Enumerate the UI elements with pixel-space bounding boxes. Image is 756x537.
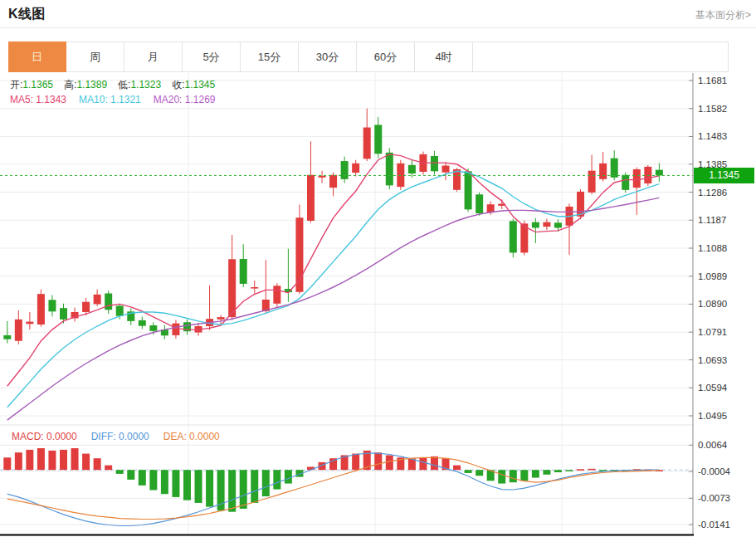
price-axis-label: 1.0791	[698, 326, 727, 338]
macd-bar	[94, 458, 101, 470]
macd-bar	[476, 470, 483, 476]
candle	[15, 310, 22, 344]
candle	[588, 155, 596, 195]
macd-bar	[105, 466, 112, 471]
macd-bar	[554, 470, 562, 472]
candle	[599, 152, 607, 181]
candle	[408, 159, 416, 178]
macd-axis-label: -0.0073	[698, 492, 730, 504]
macd-value-dea: DEA: 0.0000	[163, 431, 220, 442]
candle	[251, 281, 258, 294]
macd-bar	[37, 448, 45, 470]
ma-value-ma20: MA20: 1.1269	[154, 94, 216, 105]
candle	[71, 308, 79, 322]
macd-bar	[15, 452, 22, 470]
macd-bar	[498, 470, 505, 483]
macd-bar	[577, 469, 584, 471]
ohlc-label: 高:	[64, 79, 76, 90]
macd-bar	[453, 466, 461, 471]
macd-bar	[48, 451, 56, 470]
price-axis-label: 1.1483	[698, 130, 727, 142]
macd-bar	[520, 470, 528, 481]
candle	[656, 163, 663, 181]
macd-bar	[82, 454, 90, 471]
macd-bar	[465, 470, 472, 473]
candle	[37, 290, 45, 327]
candle	[26, 312, 33, 330]
price-axis-label: 1.1187	[698, 214, 726, 226]
candle	[127, 308, 134, 325]
ohlc-value: 1.1345	[184, 79, 215, 90]
macd-bar	[262, 470, 270, 496]
ma-readout: MA5: 1.1343MA10: 1.1321MA20: 1.1269	[10, 94, 227, 105]
macd-axis-label: 0.0064	[698, 439, 727, 451]
macd-bar	[386, 455, 393, 470]
ohlc-label: 开:	[10, 79, 22, 90]
candle	[363, 109, 371, 161]
axis-ticks	[689, 81, 693, 525]
candle	[172, 320, 179, 339]
current-price-tag: 1.1345	[694, 168, 754, 183]
price-axis-label: 1.1088	[698, 242, 727, 254]
macd-bar	[352, 454, 359, 471]
ohlc-label: 收:	[172, 79, 184, 90]
macd-histogram	[3, 448, 663, 512]
macd-bar	[149, 470, 157, 490]
candle	[465, 168, 472, 212]
macd-bar	[228, 470, 236, 511]
macd-value-diff: DIFF: 0.0000	[91, 431, 149, 442]
macd-bar	[60, 450, 67, 470]
candles	[3, 109, 663, 344]
macd-bar	[510, 470, 517, 482]
macd-bar	[116, 470, 124, 474]
macd-bar	[195, 470, 202, 503]
candle	[566, 203, 573, 255]
macd-bar	[431, 456, 438, 470]
candle	[307, 141, 315, 222]
ma-value-ma5: MA5: 1.1343	[10, 94, 66, 105]
macd-bar	[172, 470, 179, 497]
ohlc-readout: 开:1.1365高:1.1389低:1.1323收:1.1345	[10, 78, 226, 92]
candle	[352, 160, 359, 177]
macd-bar	[543, 470, 550, 475]
macd-bar	[3, 457, 11, 470]
candle	[397, 160, 404, 190]
ohlc-value: 1.1365	[22, 79, 53, 90]
macd-axis-label: -0.0004	[698, 466, 730, 477]
candle	[94, 290, 101, 306]
candle	[105, 290, 112, 314]
candle	[262, 260, 270, 314]
candle	[285, 249, 292, 302]
candle	[217, 315, 225, 325]
price-axis-label: 1.0989	[698, 271, 727, 282]
price-axis-label: 1.0693	[698, 354, 727, 366]
macd-bar	[251, 470, 258, 503]
macd-bar	[71, 448, 79, 470]
candle	[319, 171, 326, 183]
macd-bar	[532, 470, 539, 477]
macd-bar	[374, 452, 382, 470]
candle	[228, 235, 236, 320]
macd-bar	[26, 450, 33, 470]
price-axis-label: 1.1681	[698, 75, 727, 86]
macd-bar	[127, 470, 134, 480]
price-axis-label: 1.0594	[698, 382, 727, 393]
macd-bar	[139, 470, 146, 486]
price-axis-label: 1.0890	[698, 298, 727, 310]
macd-bar	[240, 470, 247, 509]
ohlc-value: 1.1323	[130, 79, 161, 90]
candle	[442, 162, 450, 180]
candle	[139, 316, 146, 329]
ma-value-ma10: MA10: 1.1321	[79, 94, 141, 105]
price-axis-label: 1.1582	[698, 103, 727, 115]
macd-bar	[588, 469, 596, 471]
ohlc-value: 1.1389	[76, 79, 107, 90]
candle	[240, 244, 247, 287]
macd-bar	[419, 457, 427, 470]
candle	[341, 157, 349, 183]
candle	[374, 117, 382, 159]
macd-bar	[161, 470, 168, 494]
macd-bar	[273, 470, 280, 489]
candle	[48, 295, 56, 317]
price-axis-label: 1.1385	[698, 159, 727, 170]
